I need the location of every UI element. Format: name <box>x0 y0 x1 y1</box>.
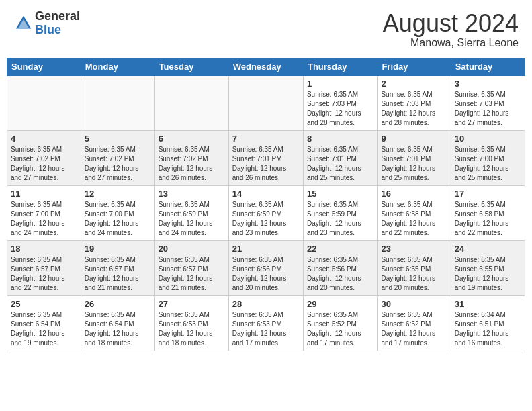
day-info: Sunrise: 6:35 AM Sunset: 6:54 PM Dayligh… <box>11 310 77 348</box>
calendar-week-row: 11Sunrise: 6:35 AM Sunset: 7:00 PM Dayli… <box>7 185 525 240</box>
calendar-cell: 14Sunrise: 6:35 AM Sunset: 6:59 PM Dayli… <box>228 185 303 240</box>
day-info: Sunrise: 6:35 AM Sunset: 7:00 PM Dayligh… <box>11 200 77 238</box>
day-number: 17 <box>455 189 521 199</box>
day-number: 11 <box>11 189 77 199</box>
day-info: Sunrise: 6:35 AM Sunset: 7:02 PM Dayligh… <box>85 145 151 183</box>
day-number: 19 <box>85 244 151 254</box>
calendar-week-row: 4Sunrise: 6:35 AM Sunset: 7:02 PM Daylig… <box>7 130 525 185</box>
logo: General Blue <box>13 10 80 37</box>
day-number: 13 <box>159 189 225 199</box>
day-number: 3 <box>455 79 521 89</box>
day-info: Sunrise: 6:35 AM Sunset: 7:02 PM Dayligh… <box>11 145 77 183</box>
day-number: 20 <box>159 244 225 254</box>
day-info: Sunrise: 6:35 AM Sunset: 6:52 PM Dayligh… <box>381 310 447 348</box>
calendar-cell: 10Sunrise: 6:35 AM Sunset: 7:00 PM Dayli… <box>451 130 525 185</box>
day-header: Monday <box>81 58 154 75</box>
calendar-cell: 30Sunrise: 6:35 AM Sunset: 6:52 PM Dayli… <box>378 295 451 351</box>
day-header: Wednesday <box>228 58 303 75</box>
day-number: 8 <box>307 134 373 144</box>
day-number: 2 <box>381 79 447 89</box>
calendar-cell: 8Sunrise: 6:35 AM Sunset: 7:01 PM Daylig… <box>303 130 377 185</box>
logo-text: General Blue <box>35 10 80 37</box>
day-number: 7 <box>232 134 300 144</box>
calendar-cell: 12Sunrise: 6:35 AM Sunset: 7:00 PM Dayli… <box>81 185 154 240</box>
calendar-cell: 7Sunrise: 6:35 AM Sunset: 7:01 PM Daylig… <box>228 130 303 185</box>
day-number: 16 <box>381 189 447 199</box>
day-info: Sunrise: 6:35 AM Sunset: 7:03 PM Dayligh… <box>381 90 447 128</box>
calendar-cell: 1Sunrise: 6:35 AM Sunset: 7:03 PM Daylig… <box>303 75 377 130</box>
logo-general-text: General <box>35 10 80 24</box>
day-info: Sunrise: 6:35 AM Sunset: 6:58 PM Dayligh… <box>455 200 521 238</box>
day-info: Sunrise: 6:35 AM Sunset: 6:57 PM Dayligh… <box>11 255 77 293</box>
day-header: Thursday <box>303 58 377 75</box>
day-number: 29 <box>307 299 373 309</box>
day-number: 28 <box>232 299 300 309</box>
logo-blue-text: Blue <box>35 24 80 37</box>
calendar-cell: 3Sunrise: 6:35 AM Sunset: 7:03 PM Daylig… <box>451 75 525 130</box>
calendar-cell: 17Sunrise: 6:35 AM Sunset: 6:58 PM Dayli… <box>451 185 525 240</box>
day-info: Sunrise: 6:35 AM Sunset: 6:55 PM Dayligh… <box>455 255 521 293</box>
calendar-cell: 28Sunrise: 6:35 AM Sunset: 6:53 PM Dayli… <box>228 295 303 351</box>
calendar-cell: 21Sunrise: 6:35 AM Sunset: 6:56 PM Dayli… <box>228 240 303 295</box>
day-number: 27 <box>159 299 225 309</box>
day-info: Sunrise: 6:35 AM Sunset: 7:03 PM Dayligh… <box>307 90 373 128</box>
calendar-cell: 29Sunrise: 6:35 AM Sunset: 6:52 PM Dayli… <box>303 295 377 351</box>
day-number: 9 <box>381 134 447 144</box>
calendar-cell: 5Sunrise: 6:35 AM Sunset: 7:02 PM Daylig… <box>81 130 154 185</box>
day-number: 23 <box>381 244 447 254</box>
day-header: Friday <box>378 58 451 75</box>
calendar-cell <box>7 75 81 130</box>
day-header: Sunday <box>7 58 81 75</box>
day-number: 1 <box>307 79 373 89</box>
day-number: 26 <box>85 299 151 309</box>
calendar-header-row: SundayMondayTuesdayWednesdayThursdayFrid… <box>7 58 525 75</box>
day-header: Saturday <box>451 58 525 75</box>
day-info: Sunrise: 6:35 AM Sunset: 7:01 PM Dayligh… <box>232 145 300 183</box>
calendar-week-row: 18Sunrise: 6:35 AM Sunset: 6:57 PM Dayli… <box>7 240 525 295</box>
calendar-cell: 27Sunrise: 6:35 AM Sunset: 6:53 PM Dayli… <box>154 295 228 351</box>
calendar-cell: 6Sunrise: 6:35 AM Sunset: 7:02 PM Daylig… <box>154 130 228 185</box>
day-header: Tuesday <box>154 58 228 75</box>
day-info: Sunrise: 6:35 AM Sunset: 6:56 PM Dayligh… <box>232 255 300 293</box>
day-info: Sunrise: 6:35 AM Sunset: 7:00 PM Dayligh… <box>455 145 521 183</box>
day-info: Sunrise: 6:35 AM Sunset: 6:59 PM Dayligh… <box>232 200 300 238</box>
calendar-cell <box>81 75 154 130</box>
day-info: Sunrise: 6:35 AM Sunset: 7:01 PM Dayligh… <box>307 145 373 183</box>
calendar-cell: 15Sunrise: 6:35 AM Sunset: 6:59 PM Dayli… <box>303 185 377 240</box>
day-number: 31 <box>455 299 521 309</box>
day-number: 24 <box>455 244 521 254</box>
calendar-week-row: 1Sunrise: 6:35 AM Sunset: 7:03 PM Daylig… <box>7 75 525 130</box>
day-info: Sunrise: 6:34 AM Sunset: 6:51 PM Dayligh… <box>455 310 521 348</box>
day-number: 10 <box>455 134 521 144</box>
day-number: 25 <box>11 299 77 309</box>
day-number: 22 <box>307 244 373 254</box>
calendar-cell: 24Sunrise: 6:35 AM Sunset: 6:55 PM Dayli… <box>451 240 525 295</box>
calendar-cell <box>154 75 228 130</box>
day-number: 15 <box>307 189 373 199</box>
day-number: 14 <box>232 189 300 199</box>
day-info: Sunrise: 6:35 AM Sunset: 6:59 PM Dayligh… <box>159 200 225 238</box>
day-info: Sunrise: 6:35 AM Sunset: 6:56 PM Dayligh… <box>307 255 373 293</box>
day-number: 18 <box>11 244 77 254</box>
calendar-cell: 25Sunrise: 6:35 AM Sunset: 6:54 PM Dayli… <box>7 295 81 351</box>
calendar-cell <box>228 75 303 130</box>
day-info: Sunrise: 6:35 AM Sunset: 6:53 PM Dayligh… <box>159 310 225 348</box>
calendar-cell: 22Sunrise: 6:35 AM Sunset: 6:56 PM Dayli… <box>303 240 377 295</box>
calendar-cell: 9Sunrise: 6:35 AM Sunset: 7:01 PM Daylig… <box>378 130 451 185</box>
calendar-cell: 26Sunrise: 6:35 AM Sunset: 6:54 PM Dayli… <box>81 295 154 351</box>
day-number: 12 <box>85 189 151 199</box>
location-text: Manowa, Sierra Leone <box>383 37 519 49</box>
day-info: Sunrise: 6:35 AM Sunset: 6:53 PM Dayligh… <box>232 310 300 348</box>
calendar-cell: 13Sunrise: 6:35 AM Sunset: 6:59 PM Dayli… <box>154 185 228 240</box>
calendar-week-row: 25Sunrise: 6:35 AM Sunset: 6:54 PM Dayli… <box>7 295 525 351</box>
calendar-cell: 23Sunrise: 6:35 AM Sunset: 6:55 PM Dayli… <box>378 240 451 295</box>
day-number: 21 <box>232 244 300 254</box>
day-number: 6 <box>159 134 225 144</box>
day-info: Sunrise: 6:35 AM Sunset: 6:58 PM Dayligh… <box>381 200 447 238</box>
day-info: Sunrise: 6:35 AM Sunset: 7:01 PM Dayligh… <box>381 145 447 183</box>
page-header: General Blue August 2024 Manowa, Sierra … <box>7 7 525 52</box>
calendar-cell: 18Sunrise: 6:35 AM Sunset: 6:57 PM Dayli… <box>7 240 81 295</box>
day-info: Sunrise: 6:35 AM Sunset: 7:00 PM Dayligh… <box>85 200 151 238</box>
day-number: 4 <box>11 134 77 144</box>
calendar-cell: 11Sunrise: 6:35 AM Sunset: 7:00 PM Dayli… <box>7 185 81 240</box>
